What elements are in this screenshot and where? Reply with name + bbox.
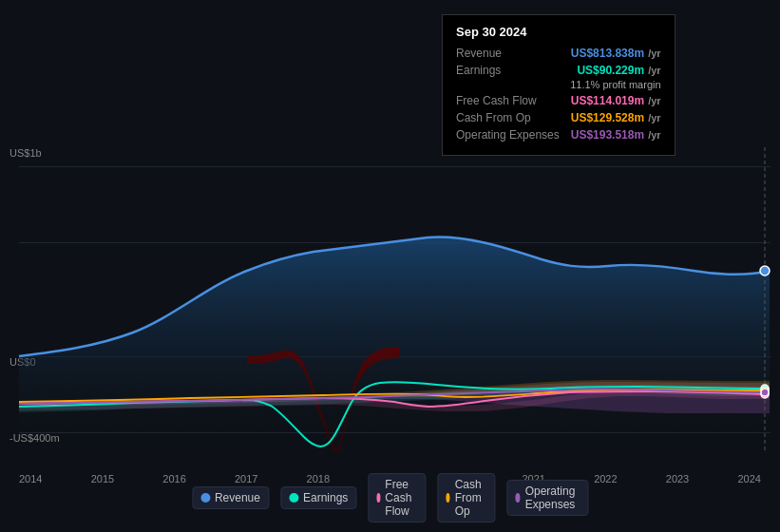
tooltip-revenue-label: Revenue	[456, 47, 502, 60]
tooltip-opex-row: Operating Expenses US$193.518m/yr	[456, 128, 661, 142]
x-label-2023: 2023	[666, 473, 689, 484]
legend-earnings-dot	[289, 493, 298, 503]
x-label-2014: 2014	[19, 473, 42, 484]
legend-earnings[interactable]: Earnings	[280, 486, 356, 509]
tooltip-fcf-label: Free Cash Flow	[456, 94, 537, 107]
legend-opex-label: Operating Expenses	[525, 484, 580, 511]
chart-svg	[0, 147, 780, 451]
legend-fcf-dot	[376, 493, 380, 503]
legend-cfo-dot	[446, 493, 449, 503]
tooltip-opex-value: US$193.518m/yr	[571, 128, 661, 142]
tooltip-opex-label: Operating Expenses	[456, 128, 560, 142]
tooltip-date: Sep 30 2024	[456, 25, 661, 39]
legend-cash-from-op[interactable]: Cash From Op	[437, 473, 495, 522]
x-label-2022: 2022	[594, 473, 617, 484]
x-label-2015: 2015	[91, 473, 114, 484]
tooltip-earnings-label: Earnings	[456, 64, 501, 77]
legend-opex-dot	[515, 493, 520, 503]
legend-cfo-label: Cash From Op	[455, 478, 487, 518]
tooltip-profit-margin: 11.1% profit margin	[456, 79, 661, 90]
chart-container: Sep 30 2024 Revenue US$813.838m/yr Earni…	[0, 0, 780, 532]
tooltip-earnings-row: Earnings US$90.229m/yr	[456, 64, 661, 77]
x-label-2016: 2016	[162, 473, 185, 484]
tooltip-cfo-row: Cash From Op US$129.528m/yr	[456, 111, 661, 124]
legend: Revenue Earnings Free Cash Flow Cash Fro…	[192, 473, 588, 522]
legend-earnings-label: Earnings	[303, 491, 348, 504]
legend-operating-expenses[interactable]: Operating Expenses	[506, 480, 588, 516]
svg-point-5	[761, 389, 769, 396]
legend-free-cash-flow[interactable]: Free Cash Flow	[368, 473, 426, 522]
tooltip-revenue-value: US$813.838m/yr	[571, 47, 661, 60]
tooltip-cfo-value: US$129.528m/yr	[571, 111, 661, 124]
svg-point-1	[760, 266, 770, 276]
tooltip-cfo-label: Cash From Op	[456, 111, 531, 124]
tooltip: Sep 30 2024 Revenue US$813.838m/yr Earni…	[442, 14, 675, 156]
tooltip-fcf-row: Free Cash Flow US$114.019m/yr	[456, 94, 661, 107]
legend-revenue-dot	[200, 493, 210, 503]
tooltip-revenue-row: Revenue US$813.838m/yr	[456, 47, 661, 60]
legend-revenue-label: Revenue	[215, 491, 260, 504]
tooltip-fcf-value: US$114.019m/yr	[571, 94, 661, 107]
legend-revenue[interactable]: Revenue	[192, 486, 269, 509]
x-label-2024: 2024	[737, 473, 760, 484]
tooltip-earnings-value: US$90.229m/yr	[577, 64, 660, 77]
legend-fcf-label: Free Cash Flow	[385, 478, 417, 518]
